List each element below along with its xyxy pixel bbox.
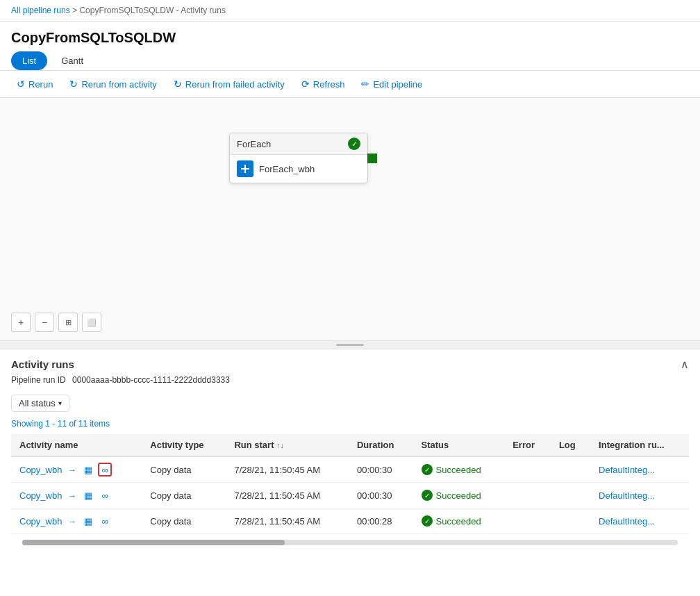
run-start-cell: 7/28/21, 11:50:45 AM — [226, 483, 349, 508]
status-filter-dropdown[interactable]: All status ▾ — [11, 395, 69, 412]
integration-runtime-cell: DefaultInteg... — [590, 456, 689, 483]
error-cell — [504, 456, 551, 483]
col-header-integration-runtime: Integration ru... — [590, 434, 689, 456]
activity-name-cell: Copy_wbh→▦∞ — [11, 508, 142, 534]
zoom-in-button[interactable]: + — [11, 313, 31, 332]
breadcrumb-separator: > — [72, 6, 79, 15]
activity-page-icon[interactable]: ▦ — [81, 514, 95, 528]
activity-link-icon[interactable]: ∞ — [98, 514, 112, 528]
activity-name-link[interactable]: Copy_wbh — [19, 490, 62, 501]
foreach-body: ForEach_wbh — [230, 155, 367, 183]
log-cell — [551, 456, 590, 483]
pipeline-run-id: Pipeline run ID 0000aaaa-bbbb-cccc-1111-… — [11, 375, 689, 390]
col-header-error: Error — [504, 434, 551, 456]
edit-pipeline-icon: ✏ — [361, 78, 369, 90]
foreach-title: ForEach — [237, 139, 271, 149]
activity-name-cell: Copy_wbh→▦∞ — [11, 456, 142, 483]
activity-link-icon[interactable]: ∞ — [98, 488, 112, 502]
foreach-header: ForEach ✓ — [230, 133, 367, 155]
rerun-from-activity-label: Rerun from activity — [81, 79, 156, 90]
col-header-activity-name: Activity name — [11, 434, 142, 456]
activity-runs-section: Activity runs ∧ Pipeline run ID 0000aaaa… — [0, 349, 700, 534]
col-header-run-start: Run start ↑↓ — [226, 434, 349, 456]
foreach-activity-inner — [241, 165, 249, 173]
activity-type-cell: Copy data — [142, 483, 226, 508]
edit-pipeline-label: Edit pipeline — [373, 79, 422, 90]
tab-gantt[interactable]: Gantt — [50, 51, 94, 70]
page-title: CopyFromSQLToSQLDW — [0, 22, 700, 51]
rerun-icon: ↺ — [17, 78, 25, 90]
filter-row: All status ▾ — [11, 390, 689, 416]
foreach-box[interactable]: ForEach ✓ ForEach_wbh — [229, 133, 368, 183]
foreach-activity-icon — [237, 160, 253, 177]
rerun-button[interactable]: ↺ Rerun — [8, 75, 61, 93]
pipeline-run-id-label: Pipeline run ID — [11, 375, 66, 385]
fit-view-button[interactable]: ⊞ — [58, 313, 78, 332]
tab-list[interactable]: List — [11, 51, 47, 70]
col-header-duration: Duration — [349, 434, 413, 456]
activity-name-link[interactable]: Copy_wbh — [19, 465, 62, 475]
activity-navigate-icon[interactable]: → — [65, 488, 78, 502]
toolbar: ↺ Rerun ↻ Rerun from activity ↻ Rerun fr… — [0, 71, 700, 98]
foreach-activity-label: ForEach_wbh — [259, 164, 315, 174]
activity-runs-title: Activity runs — [11, 358, 74, 370]
run-start-cell: 7/28/21, 11:50:45 AM — [226, 456, 349, 483]
table-header-row: Activity name Activity type Run start ↑↓… — [11, 434, 689, 456]
foreach-success-icon: ✓ — [348, 138, 360, 150]
collapse-button[interactable]: ∧ — [681, 358, 689, 371]
foreach-connector — [367, 154, 377, 163]
log-cell — [551, 508, 590, 534]
activity-type-cell: Copy data — [142, 508, 226, 534]
log-cell — [551, 483, 590, 508]
breadcrumb-link[interactable]: All pipeline runs — [11, 6, 70, 15]
duration-cell: 00:00:30 — [349, 483, 413, 508]
table-row: Copy_wbh→▦∞Copy data7/28/21, 11:50:45 AM… — [11, 456, 689, 483]
status-dot: ✓ — [422, 515, 433, 527]
rerun-from-failed-label: Rerun from failed activity — [185, 79, 285, 90]
canvas-controls: + − ⊞ ⬜ — [11, 313, 101, 332]
activity-page-icon[interactable]: ▦ — [81, 488, 95, 502]
activity-navigate-icon[interactable]: → — [65, 463, 78, 477]
breadcrumb-current: CopyFromSQLToSQLDW - Activity runs — [79, 6, 226, 15]
resize-handle[interactable] — [0, 341, 700, 349]
zoom-out-button[interactable]: − — [35, 313, 54, 332]
status-dot: ✓ — [422, 464, 433, 475]
resize-line — [336, 344, 364, 346]
run-start-cell: 7/28/21, 11:50:45 AM — [226, 508, 349, 534]
status-text: Succeeded — [436, 516, 481, 527]
activity-name-link[interactable]: Copy_wbh — [19, 516, 62, 527]
actual-size-button[interactable]: ⬜ — [82, 313, 101, 332]
status-filter-chevron: ▾ — [58, 399, 62, 407]
status-filter-label: All status — [19, 398, 56, 408]
error-cell — [504, 483, 551, 508]
table-row: Copy_wbh→▦∞Copy data7/28/21, 11:50:45 AM… — [11, 483, 689, 508]
rerun-from-failed-button[interactable]: ↻ Rerun from failed activity — [165, 75, 293, 93]
status-cell: ✓Succeeded — [413, 483, 505, 508]
col-header-log: Log — [551, 434, 590, 456]
activity-navigate-icon[interactable]: → — [65, 514, 78, 528]
rerun-from-activity-button[interactable]: ↻ Rerun from activity — [61, 75, 165, 93]
rerun-from-activity-icon: ↻ — [69, 78, 78, 90]
edit-pipeline-button[interactable]: ✏ Edit pipeline — [353, 75, 431, 93]
status-text: Succeeded — [436, 490, 481, 501]
showing-count: Showing 1 - 11 of 11 items — [11, 416, 689, 434]
refresh-button[interactable]: ⟳ Refresh — [293, 75, 353, 93]
sort-icon[interactable]: ↑↓ — [276, 441, 284, 449]
table-row: Copy_wbh→▦∞Copy data7/28/21, 11:50:45 AM… — [11, 508, 689, 534]
canvas-area: ForEach ✓ ForEach_wbh + − ⊞ ⬜ — [0, 98, 700, 341]
duration-cell: 00:00:30 — [349, 456, 413, 483]
status-dot: ✓ — [422, 490, 433, 501]
section-header: Activity runs ∧ — [11, 349, 689, 375]
integration-runtime-cell: DefaultInteg... — [590, 508, 689, 534]
activity-page-icon[interactable]: ▦ — [81, 463, 95, 477]
activity-runs-table: Activity name Activity type Run start ↑↓… — [11, 434, 689, 534]
scrollbar-track — [22, 540, 678, 545]
status-text: Succeeded — [436, 465, 481, 475]
integration-runtime-cell: DefaultInteg... — [590, 483, 689, 508]
activity-type-cell: Copy data — [142, 456, 226, 483]
activity-link-icon[interactable]: ∞ — [98, 463, 112, 477]
horizontal-scrollbar[interactable] — [0, 534, 700, 545]
refresh-label: Refresh — [313, 79, 345, 90]
scrollbar-thumb[interactable] — [22, 540, 285, 545]
refresh-icon: ⟳ — [301, 78, 310, 90]
